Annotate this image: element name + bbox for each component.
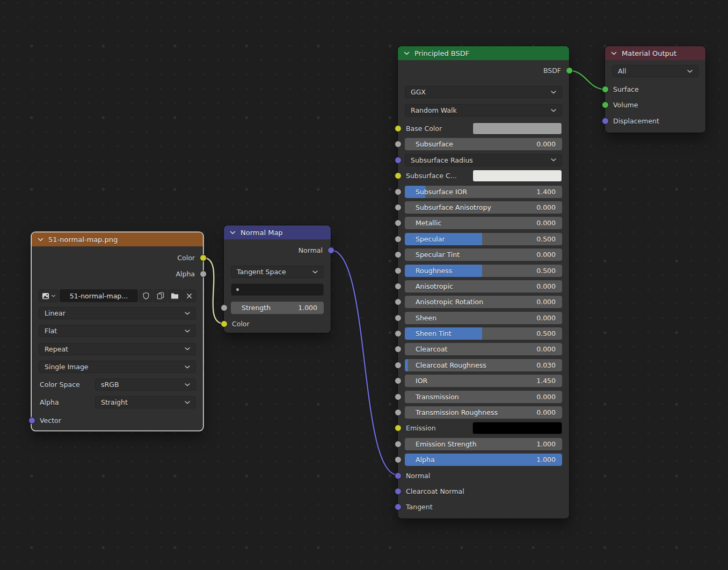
principled-bsdf-node-header[interactable]: Principled BSDF — [398, 46, 569, 60]
strength-slider[interactable]: Strength 1.000 — [231, 302, 324, 314]
subsurface-c-socket[interactable] — [395, 172, 402, 179]
transmission-slider[interactable]: Transmission0.000 — [405, 391, 562, 403]
bsdf-rows: Base ColorSubsurface0.000Subsurface Radi… — [405, 122, 562, 513]
normal-map-node-header[interactable]: Normal Map — [224, 225, 331, 239]
specular-tint-slider[interactable]: Specular Tint0.000 — [405, 249, 562, 261]
bsdf-output-socket[interactable] — [566, 67, 573, 74]
distribution-select[interactable]: GGX — [405, 86, 562, 98]
slider-label: Subsurface — [416, 140, 453, 148]
sheen-slider[interactable]: Sheen0.000 — [405, 312, 562, 324]
collapse-chevron-icon[interactable] — [230, 231, 236, 235]
bsdf-row-sheen-tint: Sheen Tint0.500 — [405, 327, 562, 340]
alpha-mode-select[interactable]: Straight — [95, 396, 196, 408]
clearcoat-roughness-socket[interactable] — [395, 362, 402, 369]
collapse-chevron-icon[interactable] — [611, 52, 617, 55]
bsdf-row-metallic: Metallic0.000 — [405, 217, 562, 229]
transmission-roughness-slider[interactable]: Transmission Roughness0.000 — [405, 406, 562, 419]
subsurface-c-swatch[interactable] — [472, 170, 562, 182]
image-texture-node[interactable]: 51-normal-map.png Color Alpha — [32, 232, 203, 430]
clearcoat-slider[interactable]: Clearcoat0.000 — [405, 343, 562, 355]
bsdf-row-specular: Specular0.500 — [405, 233, 562, 245]
unlink-image-button[interactable] — [183, 289, 196, 302]
node-editor-canvas[interactable]: 51-normal-map.png Color Alpha — [0, 0, 728, 570]
alpha-socket[interactable] — [395, 456, 402, 463]
material-output-node[interactable]: Material Output All Surface Volume Displ… — [605, 46, 705, 133]
interpolation-select[interactable]: Linear — [39, 307, 196, 319]
subsurface-anisotropy-socket[interactable] — [395, 204, 402, 211]
source-select[interactable]: Single Image — [39, 361, 196, 373]
space-select[interactable]: Tangent Space — [231, 266, 324, 278]
image-texture-node-header[interactable]: 51-normal-map.png — [32, 232, 203, 246]
clearcoat-normal-socket[interactable] — [395, 488, 402, 495]
color-space-select[interactable]: sRGB — [95, 378, 196, 391]
clearcoat-socket[interactable] — [395, 346, 402, 353]
transmission-socket[interactable] — [395, 393, 402, 400]
subsurface-slider[interactable]: Subsurface0.000 — [405, 138, 562, 150]
principled-bsdf-node[interactable]: Principled BSDF BSDF GGX Random Walk Bas… — [398, 46, 569, 518]
emission-strength-socket[interactable] — [395, 441, 402, 448]
ior-socket[interactable] — [395, 377, 402, 384]
subsurface-ior-slider[interactable]: Subsurface IOR1.400 — [405, 186, 562, 198]
clearcoat-roughness-slider[interactable]: Clearcoat Roughness0.030 — [405, 359, 562, 371]
emission-strength-slider[interactable]: Emission Strength1.000 — [405, 438, 562, 450]
roughness-slider[interactable]: Roughness0.500 — [405, 265, 562, 277]
unlink-x-icon — [186, 293, 193, 299]
open-image-button[interactable] — [168, 289, 181, 302]
subsurface-socket[interactable] — [395, 141, 402, 148]
subsurface-method-select[interactable]: Random Walk — [405, 104, 562, 116]
anisotropic-rotation-socket[interactable] — [395, 298, 402, 305]
alpha-output-socket[interactable] — [200, 271, 207, 277]
anisotropic-slider[interactable]: Anisotropic0.000 — [405, 280, 562, 293]
metallic-socket[interactable] — [395, 220, 402, 226]
roughness-socket[interactable] — [395, 267, 402, 274]
color-input-socket[interactable] — [221, 320, 228, 327]
color-output-socket[interactable] — [200, 254, 207, 261]
emission-swatch[interactable] — [472, 422, 562, 434]
displacement-input-socket[interactable] — [602, 118, 609, 125]
subsurface-ior-socket[interactable] — [395, 188, 402, 195]
material-output-node-header[interactable]: Material Output — [605, 46, 705, 60]
surface-input-socket[interactable] — [602, 86, 609, 93]
ior-slider[interactable]: IOR1.450 — [405, 375, 562, 387]
uv-map-field[interactable] — [231, 283, 324, 296]
metallic-slider[interactable]: Metallic0.000 — [405, 217, 562, 229]
sheen-socket[interactable] — [395, 315, 402, 321]
anisotropic-socket[interactable] — [395, 283, 402, 290]
normal-output-socket[interactable] — [327, 247, 334, 254]
base-color-swatch[interactable] — [472, 122, 562, 135]
normal-socket[interactable] — [395, 472, 402, 479]
base-color-socket[interactable] — [395, 125, 402, 132]
input-label: Tangent — [405, 503, 433, 511]
collapse-chevron-icon[interactable] — [404, 52, 410, 55]
subsurface-radius-socket[interactable] — [395, 157, 402, 164]
extension-select[interactable]: Repeat — [39, 343, 196, 355]
specular-slider[interactable]: Specular0.500 — [405, 233, 562, 245]
slider-label: Sheen — [416, 314, 436, 322]
image-browse-button[interactable] — [39, 289, 59, 302]
duplicate-button[interactable] — [154, 289, 167, 302]
slider-value: 0.000 — [536, 314, 556, 322]
subsurface-anisotropy-slider[interactable]: Subsurface Anisotropy0.000 — [405, 201, 562, 214]
tangent-socket[interactable] — [395, 503, 402, 510]
output-row-color: Color — [39, 251, 196, 264]
vector-input-socket[interactable] — [28, 417, 35, 424]
specular-tint-socket[interactable] — [395, 251, 402, 258]
fake-user-button[interactable] — [139, 289, 152, 302]
sheen-tint-slider[interactable]: Sheen Tint0.500 — [405, 327, 562, 340]
subsurface-radius-select[interactable]: Subsurface Radius — [405, 154, 562, 166]
normal-map-node[interactable]: Normal Map Normal Tangent Space Strength… — [224, 225, 331, 333]
transmission-roughness-socket[interactable] — [395, 409, 402, 416]
image-name-field[interactable]: 51-normal-map... — [60, 289, 138, 302]
projection-select[interactable]: Flat — [39, 325, 196, 337]
emission-socket[interactable] — [395, 425, 402, 432]
strength-input-socket[interactable] — [221, 304, 228, 311]
bsdf-row-subsurface-ior: Subsurface IOR1.400 — [405, 186, 562, 198]
specular-socket[interactable] — [395, 236, 402, 243]
slider-label: IOR — [416, 377, 427, 385]
anisotropic-rotation-slider[interactable]: Anisotropic Rotation0.000 — [405, 296, 562, 308]
alpha-slider[interactable]: Alpha1.000 — [405, 454, 562, 466]
sheen-tint-socket[interactable] — [395, 330, 402, 337]
collapse-chevron-icon[interactable] — [38, 238, 43, 242]
target-select[interactable]: All — [612, 65, 698, 77]
volume-input-socket[interactable] — [602, 101, 609, 108]
